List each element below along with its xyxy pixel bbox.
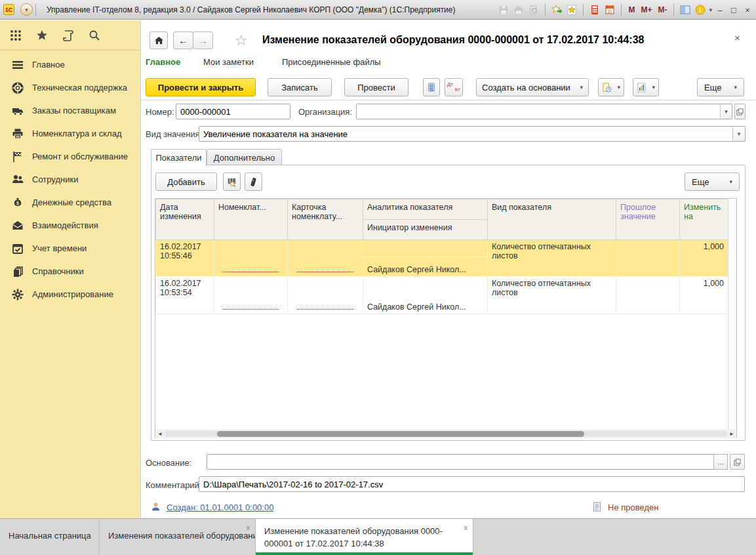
- memory-minus-button[interactable]: M-: [656, 5, 669, 14]
- col-header-date[interactable]: Дата изменения: [156, 199, 214, 240]
- scrollbar-thumb[interactable]: [217, 431, 584, 437]
- col-header-analytics[interactable]: Аналитика показателя: [363, 199, 488, 220]
- form-close-icon[interactable]: ×: [734, 32, 740, 43]
- sidebar-item-support[interactable]: Техническая поддержка: [0, 76, 141, 99]
- cell-card: [288, 277, 363, 314]
- sidebar-item-catalogs[interactable]: Справочники: [0, 260, 141, 283]
- info-icon[interactable]: i: [694, 3, 707, 16]
- post-and-close-button[interactable]: Провести и закрыть: [146, 78, 256, 96]
- favorite-star-icon[interactable]: ☆: [235, 32, 248, 49]
- tab-close-icon[interactable]: x: [247, 524, 250, 531]
- comment-input[interactable]: [199, 476, 745, 492]
- split-window-icon[interactable]: [679, 3, 692, 16]
- sidebar-item-administration[interactable]: Администрирование: [0, 283, 141, 306]
- nav-link-notes[interactable]: Мои заметки: [203, 57, 254, 67]
- calculator-icon[interactable]: [588, 3, 601, 16]
- col-header-previous-value[interactable]: Прошлое значение: [616, 199, 680, 240]
- organization-input[interactable]: [356, 104, 721, 119]
- calendar-check-icon: [12, 243, 24, 255]
- post-button[interactable]: Провести: [344, 78, 408, 96]
- basis-input[interactable]: [207, 454, 714, 470]
- create-based-on-button[interactable]: Создать на основании▾: [476, 78, 589, 96]
- save-button[interactable]: Записать: [268, 78, 332, 96]
- svg-text:31: 31: [608, 9, 613, 14]
- more-button[interactable]: Еще▾: [697, 78, 744, 96]
- col-header-card[interactable]: Карточка номенклату...: [288, 199, 363, 240]
- print-icon[interactable]: [512, 3, 525, 16]
- table-row[interactable]: 16.02.2017 10:55:46 Количество отпечатан…: [156, 240, 728, 257]
- chevron-down-icon: ▾: [734, 84, 737, 91]
- grid-more-button[interactable]: Еще▾: [685, 173, 740, 191]
- history-icon[interactable]: [62, 30, 74, 41]
- minimize-button[interactable]: –: [714, 5, 726, 15]
- col-header-change-to[interactable]: Изменить на: [680, 199, 728, 240]
- col-header-nomenclature[interactable]: Номенклат...: [214, 199, 288, 240]
- dt-kt-button[interactable]: Дт Кт: [445, 78, 463, 96]
- sidebar-item-main[interactable]: Главное: [0, 53, 141, 76]
- sidebar-item-repair[interactable]: Ремонт и обслуживание: [0, 145, 141, 168]
- main-menu-button[interactable]: ▾: [20, 3, 33, 16]
- chevron-down-icon: ▾: [580, 84, 583, 91]
- bottom-tab-current[interactable]: Изменение показателей оборудования 0000-…: [256, 519, 473, 555]
- register-records-button[interactable]: [423, 78, 440, 96]
- barcode-search-button[interactable]: [223, 173, 241, 191]
- scanner-button[interactable]: [245, 173, 262, 191]
- value-kind-input[interactable]: [199, 126, 733, 142]
- sidebar-item-nomenclature[interactable]: Номенклатура и склад: [0, 122, 141, 145]
- basis-open-button[interactable]: [730, 454, 745, 470]
- scroll-left-icon: ◄: [155, 431, 165, 437]
- indicators-table[interactable]: Дата изменения Номенклат... Карточка ном…: [155, 199, 728, 314]
- cell-card: [288, 240, 363, 277]
- add-favorite-icon[interactable]: [550, 3, 563, 16]
- organization-dropdown-button[interactable]: ▾: [720, 104, 732, 119]
- nav-link-attached-files[interactable]: Присоединенные файлы: [282, 57, 381, 67]
- sidebar-item-label: Ремонт и обслуживание: [32, 152, 128, 161]
- memory-plus-button[interactable]: M+: [639, 5, 654, 14]
- bottom-tab-home[interactable]: Начальная страница: [0, 519, 100, 555]
- cell-analytics: [363, 240, 488, 257]
- tab-close-icon[interactable]: x: [464, 524, 468, 531]
- created-link[interactable]: Создан: 01.01.0001 0:00:00: [167, 503, 273, 512]
- save-icon[interactable]: [497, 3, 510, 16]
- sidebar-item-supplier-orders[interactable]: Заказы поставщикам: [0, 99, 141, 122]
- value-kind-dropdown-button[interactable]: ▾: [732, 126, 746, 142]
- apps-grid-icon[interactable]: [10, 30, 22, 41]
- reminder-dropdown-button[interactable]: ▾: [598, 78, 624, 96]
- search-icon[interactable]: [89, 30, 100, 41]
- sidebar-item-interactions[interactable]: Взаимодействия: [0, 214, 141, 237]
- document-status-icon: [592, 502, 602, 512]
- add-row-button[interactable]: Добавить: [155, 173, 217, 191]
- tab-indicators[interactable]: Показатели: [151, 149, 207, 166]
- favorites-star-icon[interactable]: [36, 30, 48, 41]
- basis-select-button[interactable]: ...: [713, 454, 728, 470]
- forward-button[interactable]: →: [193, 31, 213, 49]
- close-button[interactable]: ×: [742, 5, 753, 15]
- table-row[interactable]: 16.02.2017 10:53:54 Количество отпечатан…: [156, 277, 728, 294]
- home-button[interactable]: [149, 31, 168, 49]
- organization-open-button[interactable]: [734, 104, 746, 119]
- back-button[interactable]: ←: [173, 31, 193, 49]
- scanner-icon: [249, 177, 258, 187]
- nav-link-main[interactable]: Главное: [146, 57, 180, 67]
- print-preview-icon[interactable]: [527, 3, 540, 16]
- sidebar-item-employees[interactable]: Сотрудники: [0, 168, 141, 191]
- sidebar-item-money[interactable]: $ Денежные средства: [0, 191, 141, 214]
- calendar-icon[interactable]: 31: [603, 3, 616, 16]
- tab-additional[interactable]: Дополнительно: [207, 149, 282, 165]
- active-tab-indicator: [256, 552, 473, 555]
- info-caret-icon[interactable]: ▾: [709, 7, 712, 13]
- col-header-kind[interactable]: Вид показателя: [488, 199, 616, 240]
- col-header-initiator[interactable]: Инициатор изменения: [363, 220, 488, 240]
- organization-label: Организация:: [298, 107, 352, 117]
- favorites-icon[interactable]: [565, 3, 578, 16]
- memory-button[interactable]: M: [626, 5, 637, 14]
- bottom-tab-list[interactable]: Изменения показателей оборудования x: [100, 519, 256, 555]
- sidebar-item-time-tracking[interactable]: Учет времени: [0, 237, 141, 260]
- reports-dropdown-button[interactable]: ▾: [633, 78, 659, 96]
- number-input[interactable]: [176, 104, 290, 119]
- cell-change-to: 1,000: [680, 240, 728, 277]
- maximize-button[interactable]: □: [728, 5, 740, 15]
- grid-vertical-scrollbar[interactable]: [728, 199, 736, 429]
- grid-horizontal-scrollbar[interactable]: ◄ ►: [155, 429, 736, 438]
- cell-date: 16.02.2017 10:55:46: [156, 240, 214, 277]
